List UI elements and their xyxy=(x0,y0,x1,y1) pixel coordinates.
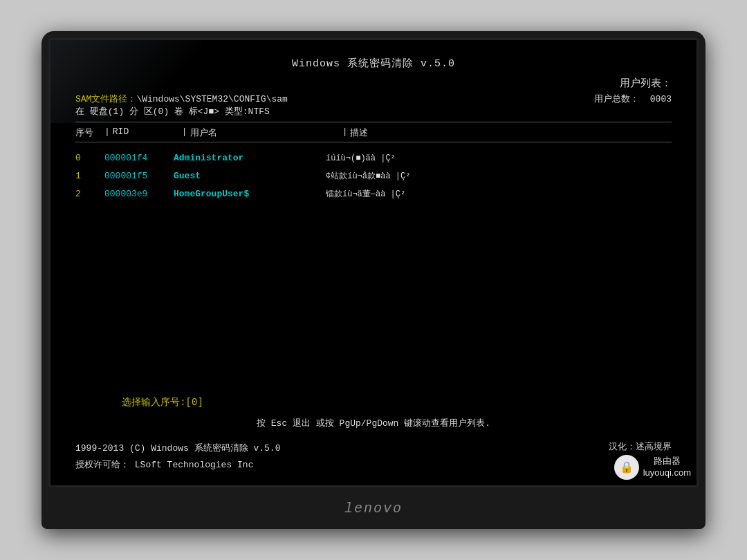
user-name-2: HomeGroupUser$ xyxy=(174,185,326,203)
user-rid-0: 000001f4 xyxy=(104,149,174,167)
user-desc-0: íúíù¬(■)äà |Ç² xyxy=(326,150,672,167)
user-count-area: 用户总数： 0003 xyxy=(594,93,672,105)
footer-copyright: 1999-2013 (C) Windows 系统密码清除 v.5.0 xyxy=(75,440,280,456)
watermark-icon: 🔒 xyxy=(614,455,639,480)
lock-icon: 🔒 xyxy=(620,460,634,474)
sam-label: SAM文件路径： xyxy=(75,94,136,104)
user-table: 0 000001f4 Administrator íúíù¬(■)äà |Ç² … xyxy=(75,149,672,203)
col-header-name: 用户名 xyxy=(190,127,342,139)
user-rid-1: 000001f5 xyxy=(104,167,174,185)
col-header-desc: 描述 xyxy=(350,127,672,139)
monitor-brand: lenovo xyxy=(344,501,403,516)
nav-hint: 按 Esc 退出 或按 PgUp/PgDown 键滚动查看用户列表. xyxy=(75,417,672,429)
col-header-rid: RID xyxy=(113,127,182,139)
watermark-line2: luyouqi.com xyxy=(643,467,691,479)
sam-path-info: SAM文件路径：\Windows\SYSTEM32\CONFIG\sam 在 硬… xyxy=(75,93,288,118)
user-name-0: Administrator xyxy=(174,149,326,167)
input-prompt-text: 选择输入序号:[0] xyxy=(122,397,203,408)
user-name-1: Guest xyxy=(174,167,326,185)
user-desc-1: ¢站款íù¬å款■àà |Ç² xyxy=(326,168,672,185)
user-desc-2: 镭款íù¬ä董—àà |Ç² xyxy=(326,186,672,203)
divider-1 xyxy=(75,122,672,122)
footer-right: 汉化：述高境界 xyxy=(609,440,672,453)
monitor-screen: Windows 系统密码清除 v.5.0 用户列表： SAM文件路径：\Wind… xyxy=(48,38,699,487)
watermark-text: 路由器 luyouqi.com xyxy=(643,456,691,479)
footer-left: 1999-2013 (C) Windows 系统密码清除 v.5.0 授权许可给… xyxy=(75,440,280,473)
watermark: 🔒 路由器 luyouqi.com xyxy=(614,455,691,480)
spacer xyxy=(75,213,672,396)
table-header: 序号 | RID | 用户名 | 描述 xyxy=(75,127,672,142)
screen-content: Windows 系统密码清除 v.5.0 用户列表： SAM文件路径：\Wind… xyxy=(50,40,697,485)
table-row: 1 000001f5 Guest ¢站款íù¬å款■àà |Ç² xyxy=(75,167,672,185)
sam-info-row: SAM文件路径：\Windows\SYSTEM32\CONFIG\sam 在 硬… xyxy=(75,93,672,118)
footer-row: 1999-2013 (C) Windows 系统密码清除 v.5.0 授权许可给… xyxy=(75,440,672,473)
user-count-label: 用户总数： xyxy=(594,94,639,104)
sam-path: \Windows\SYSTEM32\CONFIG\sam xyxy=(136,94,287,104)
watermark-line1: 路由器 xyxy=(643,456,691,467)
user-num-2: 2 xyxy=(75,185,104,203)
user-rid-2: 000003e9 xyxy=(104,185,174,203)
monitor-bottom: lenovo xyxy=(48,487,699,529)
disk-info: 在 硬盘(1) 分 区(0) 卷 标<J■> 类型:NTFS xyxy=(75,106,270,117)
table-row: 2 000003e9 HomeGroupUser$ 镭款íù¬ä董—àà |Ç² xyxy=(75,185,672,203)
footer-license: 授权许可给： LSoft Technologies Inc xyxy=(75,457,280,473)
user-count: 0003 xyxy=(650,94,672,104)
user-num-0: 0 xyxy=(75,149,104,167)
footer-localize: 汉化：述高境界 xyxy=(609,440,672,453)
terminal-title: Windows 系统密码清除 v.5.0 xyxy=(75,57,672,70)
col-header-num: 序号 xyxy=(75,127,104,139)
table-row: 0 000001f4 Administrator íúíù¬(■)äà |Ç² xyxy=(75,149,672,167)
monitor: Windows 系统密码清除 v.5.0 用户列表： SAM文件路径：\Wind… xyxy=(42,31,706,529)
user-list-label: 用户列表： xyxy=(75,77,672,90)
input-prompt: 选择输入序号:[0] xyxy=(75,396,203,409)
user-num-1: 1 xyxy=(75,167,104,185)
